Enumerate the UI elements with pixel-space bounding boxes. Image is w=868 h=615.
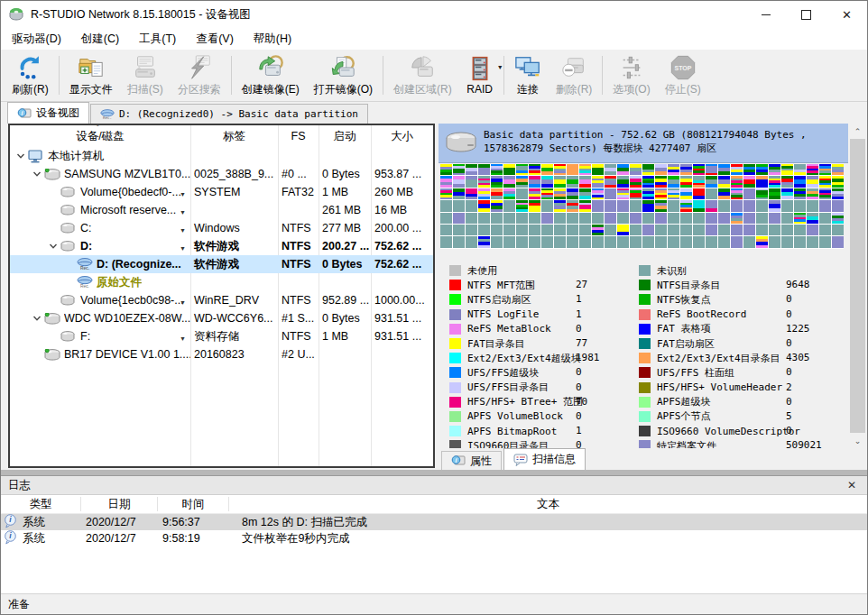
tree-cell-device: F:▼ — [10, 330, 190, 343]
menu-item-0[interactable]: 驱动器(D) — [2, 28, 71, 50]
log-col-text[interactable]: 文本 — [229, 497, 867, 511]
log-close-button[interactable]: ✕ — [844, 479, 860, 491]
legend-count: 1 — [576, 308, 582, 320]
log-splitter[interactable] — [1, 470, 867, 476]
toolbar-button-partition-search[interactable]: 分区搜索 — [171, 50, 228, 101]
legend-item: FAT 表格项1225 — [639, 322, 848, 336]
log-col-date[interactable]: 日期 — [81, 497, 158, 511]
legend-item: APFS个节点5 — [639, 409, 848, 424]
expand-chevron-icon[interactable] — [14, 152, 28, 160]
map-block — [503, 164, 515, 175]
menu-item-3[interactable]: 查看(V) — [186, 28, 244, 50]
device-dropdown-arrow-icon[interactable]: ▼ — [180, 191, 186, 197]
scan-scrollbar[interactable]: ⌃ ⌄ — [850, 124, 865, 448]
close-button[interactable]: ✕ — [826, 1, 867, 28]
tree-row[interactable]: Volume{1ecb0c98-...▼WinRE_DRVNTFS952.89 … — [10, 291, 433, 309]
tree-row[interactable]: Microsoft reserve...▼261 MB16 MB — [10, 201, 433, 219]
legend-item: APFS VolumeBlock0 — [449, 409, 634, 424]
scroll-down-arrow-icon[interactable]: ⌄ — [850, 433, 865, 448]
log-row[interactable]: i系统2020/12/79:56:378m 12s 的 D: 扫描已完成 — [1, 514, 867, 530]
maximize-button[interactable] — [786, 1, 826, 28]
map-block — [453, 176, 465, 187]
tree-col-fs[interactable]: FS — [278, 130, 319, 142]
map-block — [605, 236, 616, 247]
partition-disk-icon — [444, 131, 478, 154]
log-row[interactable]: i系统2020/12/79:58:19文件枚举在9秒内完成 — [1, 530, 867, 546]
map-block — [491, 200, 503, 211]
tab-properties-label: 属性 — [470, 454, 492, 469]
tree-row[interactable]: F:▼资料存储NTFS1 MB931.51 ... — [10, 327, 433, 345]
toolbar-button-delete[interactable]: 删除(R) — [549, 50, 600, 101]
tab-properties[interactable]: i 属性 — [441, 451, 502, 470]
tree-row[interactable]: 本地计算机 — [10, 147, 433, 165]
tree-row[interactable]: SAMSUNG MZVLB1T0...0025_388B_9...#0 ...0… — [10, 165, 433, 183]
tab-device-view[interactable]: i 设备视图 — [7, 102, 89, 124]
expand-chevron-icon[interactable] — [30, 170, 44, 178]
minimize-button[interactable] — [745, 1, 786, 28]
tab-scan-info[interactable]: 扫描信息 — [503, 448, 586, 470]
log-col-time[interactable]: 时间 — [158, 497, 229, 511]
refresh-icon — [16, 54, 43, 81]
scroll-up-arrow-icon[interactable]: ⌃ — [850, 124, 865, 139]
map-block — [642, 188, 654, 199]
tree-row[interactable]: BR17 DEVICE V1.00 1....20160823#2 U... — [10, 345, 433, 363]
tree-row[interactable]: C:▼WindowsNTFS277 MB200.00 ... — [10, 219, 433, 237]
toolbar-separator — [602, 56, 603, 95]
toolbar-button-scan[interactable]: 扫描(S) — [120, 50, 171, 101]
device-dropdown-arrow-icon[interactable]: ▼ — [180, 227, 186, 234]
map-block — [718, 200, 730, 211]
tree-row[interactable]: Rec.D: (Recognize...软件游戏NTFS0 Bytes752.6… — [10, 255, 433, 273]
tree-row[interactable]: Rec.原始文件 — [10, 273, 433, 291]
log-cell-type: i系统 — [1, 514, 81, 531]
map-block — [554, 236, 566, 247]
menu-item-4[interactable]: 帮助(H) — [244, 28, 301, 50]
expand-chevron-icon[interactable] — [30, 315, 44, 322]
volume-icon — [60, 223, 78, 234]
toolbar-button-connect[interactable]: 连接 — [507, 50, 549, 101]
tree-row[interactable]: Volume{0bedecf0-...▼SYSTEMFAT321 MB260 M… — [10, 183, 433, 201]
device-dropdown-arrow-icon[interactable]: ▼ — [180, 299, 186, 306]
tree-row[interactable]: WDC WD10EZEX-08W...WD-WCC6Y6...#1 S...0 … — [10, 309, 433, 327]
legend-item: ReFS BootRecord0 — [639, 308, 848, 322]
toolbar-button-refresh[interactable]: 刷新(R) — [5, 50, 56, 101]
toolbar-button-open-image[interactable]: 打开镜像(O) — [307, 50, 380, 101]
map-block — [529, 164, 540, 175]
map-block — [807, 213, 818, 224]
tab-partition[interactable]: Rec. D: (Recognized0) -> Basic data part… — [90, 104, 368, 124]
device-dropdown-arrow-icon[interactable]: ▼ — [180, 245, 186, 252]
menu-item-1[interactable]: 创建(C) — [71, 28, 129, 50]
dropdown-arrow-icon[interactable]: ▼ — [497, 64, 503, 70]
toolbar-button-create-image[interactable]: 创建镜像(E) — [235, 50, 307, 101]
tree-col-start[interactable]: 启动 — [319, 129, 371, 144]
scroll-thumb[interactable] — [850, 139, 865, 433]
toolbar-button-show-files[interactable]: 显示文件 — [62, 50, 120, 101]
map-block — [706, 225, 717, 235]
toolbar-button-stop[interactable]: STOP停止(S) — [658, 50, 708, 101]
expand-chevron-icon[interactable] — [46, 243, 60, 250]
toolbar-button-options[interactable]: 选项(O) — [605, 50, 657, 101]
toolbar-button-create-region[interactable]: 创建区域(R) — [386, 50, 459, 101]
device-dropdown-arrow-icon[interactable]: ▼ — [180, 209, 186, 216]
tree-cell-device: Rec.D: (Recognize... — [10, 258, 190, 271]
tree-col-size[interactable]: 大小 — [371, 129, 433, 144]
legend-item: UFS/FFS 柱面组0 — [639, 365, 848, 380]
map-block — [617, 164, 629, 175]
device-dropdown-arrow-icon[interactable]: ▼ — [180, 335, 186, 342]
tree-col-label[interactable]: 标签 — [190, 129, 278, 144]
scan-info-panel: Basic data partition - 752.62 GB (808121… — [439, 124, 867, 470]
menu-item-2[interactable]: 工具(T) — [129, 28, 186, 50]
tab-device-view-label: 设备视图 — [36, 106, 79, 121]
scan-info-tab-icon — [513, 454, 528, 466]
map-block — [680, 200, 692, 211]
toolbar-button-raid[interactable]: RAID▼ — [459, 50, 501, 101]
log-panel: 日志 ✕ 类型 日期 时间 文本 i系统2020/12/79:56:378m 1… — [1, 470, 867, 594]
map-block — [541, 236, 553, 247]
log-col-type[interactable]: 类型 — [1, 497, 81, 511]
tree-row[interactable]: D:▼软件游戏NTFS200.27 ...752.62 ... — [10, 237, 433, 255]
sort-indicator: ˆ — [97, 125, 99, 132]
tree-col-device[interactable]: 设备/磁盘 — [10, 129, 190, 144]
info-icon: i — [4, 530, 17, 547]
tree-cell-device: Microsoft reserve...▼ — [10, 204, 190, 216]
map-block — [579, 164, 591, 175]
map-block — [592, 225, 604, 235]
